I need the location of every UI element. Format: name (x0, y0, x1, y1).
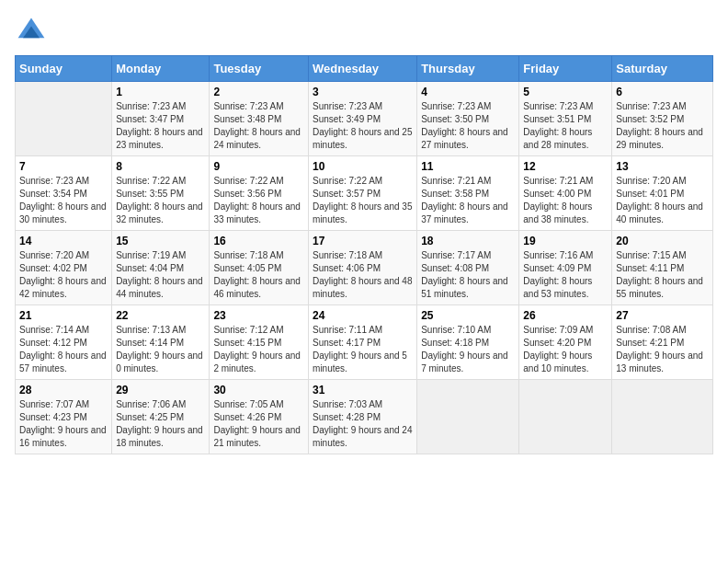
daylight-text: Daylight: 8 hours and 38 minutes. (523, 201, 608, 226)
day-info: Sunrise: 7:20 AM Sunset: 4:02 PM Dayligh… (19, 249, 108, 301)
sunset-text: Sunset: 4:28 PM (313, 411, 413, 424)
day-info: Sunrise: 7:21 AM Sunset: 4:00 PM Dayligh… (523, 175, 608, 226)
sunrise-text: Sunrise: 7:17 AM (421, 249, 515, 262)
daylight-text: Daylight: 9 hours and 2 minutes. (213, 350, 304, 375)
day-number: 9 (213, 160, 304, 173)
sunrise-text: Sunrise: 7:21 AM (421, 175, 515, 188)
calendar-week-2: 7 Sunrise: 7:23 AM Sunset: 3:54 PM Dayli… (16, 156, 713, 231)
sunrise-text: Sunrise: 7:13 AM (116, 324, 205, 337)
sunrise-text: Sunrise: 7:15 AM (616, 249, 709, 262)
day-number: 22 (116, 309, 205, 322)
calendar-week-4: 21 Sunrise: 7:14 AM Sunset: 4:12 PM Dayl… (16, 305, 713, 380)
calendar-cell: 31 Sunrise: 7:03 AM Sunset: 4:28 PM Dayl… (309, 380, 417, 454)
sunset-text: Sunset: 4:12 PM (19, 337, 108, 350)
sunset-text: Sunset: 3:47 PM (116, 113, 205, 126)
sunrise-text: Sunrise: 7:12 AM (213, 324, 304, 337)
day-info: Sunrise: 7:13 AM Sunset: 4:14 PM Dayligh… (116, 324, 205, 375)
calendar-cell: 22 Sunrise: 7:13 AM Sunset: 4:14 PM Dayl… (112, 305, 210, 380)
daylight-text: Daylight: 8 hours and 35 minutes. (313, 201, 413, 226)
calendar-cell: 21 Sunrise: 7:14 AM Sunset: 4:12 PM Dayl… (16, 305, 112, 380)
day-number: 26 (523, 309, 608, 322)
sunrise-text: Sunrise: 7:23 AM (523, 100, 608, 113)
day-info: Sunrise: 7:08 AM Sunset: 4:21 PM Dayligh… (616, 324, 709, 375)
day-number: 1 (116, 86, 205, 98)
daylight-text: Daylight: 8 hours and 40 minutes. (616, 201, 709, 226)
sunset-text: Sunset: 3:55 PM (116, 188, 205, 201)
day-info: Sunrise: 7:18 AM Sunset: 4:05 PM Dayligh… (213, 249, 304, 301)
calendar-cell: 29 Sunrise: 7:06 AM Sunset: 4:25 PM Dayl… (112, 380, 210, 454)
calendar-cell: 15 Sunrise: 7:19 AM Sunset: 4:04 PM Dayl… (112, 231, 210, 305)
day-info: Sunrise: 7:16 AM Sunset: 4:09 PM Dayligh… (523, 249, 608, 301)
sunset-text: Sunset: 3:50 PM (421, 113, 515, 126)
daylight-text: Daylight: 8 hours and 27 minutes. (421, 126, 515, 152)
day-info: Sunrise: 7:10 AM Sunset: 4:18 PM Dayligh… (421, 324, 515, 375)
day-number: 4 (421, 86, 515, 98)
page-header (15, 15, 713, 48)
day-number: 2 (213, 86, 304, 98)
day-info: Sunrise: 7:06 AM Sunset: 4:25 PM Dayligh… (116, 398, 205, 450)
sunrise-text: Sunrise: 7:10 AM (421, 324, 515, 337)
daylight-text: Daylight: 8 hours and 29 minutes. (616, 126, 709, 152)
daylight-text: Daylight: 8 hours and 42 minutes. (19, 275, 108, 301)
day-number: 28 (19, 384, 108, 396)
sunrise-text: Sunrise: 7:23 AM (116, 100, 205, 113)
day-number: 3 (313, 86, 413, 98)
day-number: 30 (213, 384, 304, 396)
sunrise-text: Sunrise: 7:20 AM (616, 175, 709, 188)
sunset-text: Sunset: 4:20 PM (523, 337, 608, 350)
calendar-cell (612, 380, 713, 454)
daylight-text: Daylight: 9 hours and 0 minutes. (116, 350, 205, 375)
day-info: Sunrise: 7:23 AM Sunset: 3:49 PM Dayligh… (313, 100, 413, 152)
calendar-cell: 16 Sunrise: 7:18 AM Sunset: 4:05 PM Dayl… (210, 231, 309, 305)
calendar-cell: 27 Sunrise: 7:08 AM Sunset: 4:21 PM Dayl… (612, 305, 713, 380)
day-info: Sunrise: 7:14 AM Sunset: 4:12 PM Dayligh… (19, 324, 108, 375)
day-number: 16 (213, 235, 304, 247)
calendar-cell (417, 380, 519, 454)
calendar-cell: 5 Sunrise: 7:23 AM Sunset: 3:51 PM Dayli… (519, 82, 612, 156)
day-info: Sunrise: 7:23 AM Sunset: 3:51 PM Dayligh… (523, 100, 608, 152)
sunset-text: Sunset: 3:56 PM (213, 188, 304, 201)
day-number: 15 (116, 235, 205, 247)
daylight-text: Daylight: 8 hours and 46 minutes. (213, 275, 304, 301)
daylight-text: Daylight: 8 hours and 24 minutes. (213, 126, 304, 152)
sunrise-text: Sunrise: 7:09 AM (523, 324, 608, 337)
day-info: Sunrise: 7:19 AM Sunset: 4:04 PM Dayligh… (116, 249, 205, 301)
daylight-text: Daylight: 9 hours and 5 minutes. (313, 350, 413, 375)
sunset-text: Sunset: 4:00 PM (523, 188, 608, 201)
day-number: 24 (313, 309, 413, 322)
day-info: Sunrise: 7:23 AM Sunset: 3:52 PM Dayligh… (616, 100, 709, 152)
daylight-text: Daylight: 8 hours and 32 minutes. (116, 201, 205, 226)
sunrise-text: Sunrise: 7:21 AM (523, 175, 608, 188)
weekday-row: SundayMondayTuesdayWednesdayThursdayFrid… (16, 56, 713, 82)
sunset-text: Sunset: 4:04 PM (116, 262, 205, 275)
sunset-text: Sunset: 4:06 PM (313, 262, 413, 275)
sunrise-text: Sunrise: 7:22 AM (116, 175, 205, 188)
day-info: Sunrise: 7:23 AM Sunset: 3:54 PM Dayligh… (19, 175, 108, 226)
day-info: Sunrise: 7:20 AM Sunset: 4:01 PM Dayligh… (616, 175, 709, 226)
calendar-cell: 26 Sunrise: 7:09 AM Sunset: 4:20 PM Dayl… (519, 305, 612, 380)
daylight-text: Daylight: 9 hours and 7 minutes. (421, 350, 515, 375)
daylight-text: Daylight: 8 hours and 53 minutes. (523, 275, 608, 301)
sunrise-text: Sunrise: 7:07 AM (19, 398, 108, 411)
sunrise-text: Sunrise: 7:20 AM (19, 249, 108, 262)
day-info: Sunrise: 7:11 AM Sunset: 4:17 PM Dayligh… (313, 324, 413, 375)
daylight-text: Daylight: 8 hours and 30 minutes. (19, 201, 108, 226)
daylight-text: Daylight: 8 hours and 37 minutes. (421, 201, 515, 226)
day-number: 12 (523, 160, 608, 173)
sunset-text: Sunset: 3:52 PM (616, 113, 709, 126)
day-number: 6 (616, 86, 709, 98)
sunset-text: Sunset: 4:14 PM (116, 337, 205, 350)
day-number: 14 (19, 235, 108, 247)
day-number: 8 (116, 160, 205, 173)
sunset-text: Sunset: 3:49 PM (313, 113, 413, 126)
day-number: 11 (421, 160, 515, 173)
calendar-body: 1 Sunrise: 7:23 AM Sunset: 3:47 PM Dayli… (16, 82, 713, 454)
sunset-text: Sunset: 4:02 PM (19, 262, 108, 275)
day-info: Sunrise: 7:21 AM Sunset: 3:58 PM Dayligh… (421, 175, 515, 226)
weekday-header-thursday: Thursday (417, 56, 519, 82)
weekday-header-friday: Friday (519, 56, 612, 82)
calendar-cell (519, 380, 612, 454)
calendar-week-3: 14 Sunrise: 7:20 AM Sunset: 4:02 PM Dayl… (16, 231, 713, 305)
day-number: 10 (313, 160, 413, 173)
daylight-text: Daylight: 9 hours and 16 minutes. (19, 424, 108, 450)
